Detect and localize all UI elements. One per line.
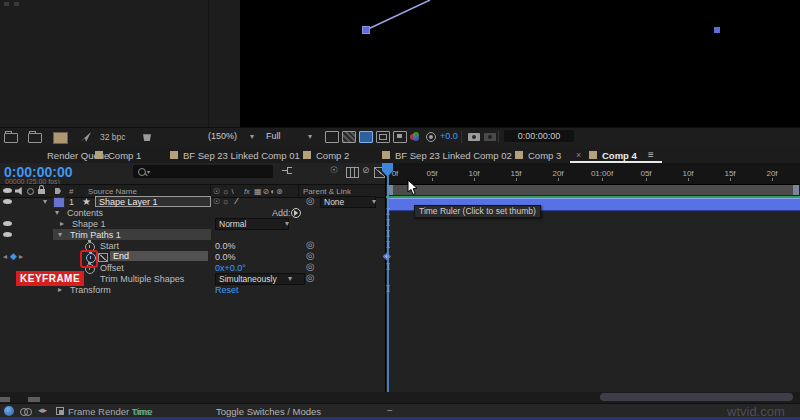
screen-mode-icon[interactable] — [393, 131, 407, 143]
chevron-right-icon[interactable]: ▸ — [58, 285, 62, 294]
property-row-end[interactable]: ◂ ◆ ▸ End 0.0% ◎ — [0, 251, 385, 262]
chevron-down-icon[interactable]: ▾ — [288, 274, 292, 283]
lock-icon — [38, 189, 45, 194]
time-ruler[interactable]: 0f 05f 10f 15f 20f 01:00f 05f 10f 15f 20… — [386, 163, 800, 185]
path-vertex-handle[interactable] — [714, 27, 720, 33]
group-row-trim-paths-1[interactable]: ▾ Trim Paths 1 — [0, 229, 385, 240]
view-layout-icon[interactable] — [376, 131, 390, 143]
pick-whip-icon[interactable]: ◎ — [306, 251, 315, 261]
pick-whip-icon[interactable]: ◎ — [306, 240, 315, 250]
path-vertex-handle[interactable] — [363, 27, 369, 33]
scroll-nub[interactable] — [0, 397, 10, 402]
chevron-down-icon[interactable]: ▾ — [308, 132, 312, 141]
graph-include-icon[interactable] — [98, 253, 108, 262]
trash-icon[interactable] — [143, 133, 151, 141]
hscrollbar-thumb[interactable] — [600, 393, 793, 401]
add-menu-icon[interactable] — [291, 208, 301, 218]
column-source-name[interactable]: Source Name — [88, 187, 137, 196]
eye-icon[interactable] — [3, 199, 12, 204]
tab-comp-3[interactable]: Comp 3 — [528, 150, 561, 161]
composition-mini-flowchart-icon[interactable] — [282, 167, 294, 176]
pick-whip-icon[interactable]: ◎ — [306, 262, 315, 272]
pick-whip-icon[interactable]: ◎ — [306, 273, 315, 283]
tab-comp-4-active[interactable]: Comp 4 — [602, 150, 637, 161]
snapshot-camera-icon[interactable] — [468, 133, 480, 141]
property-name-field[interactable]: End — [110, 251, 208, 261]
live-update-icon[interactable] — [4, 406, 14, 416]
show-snapshot-icon[interactable] — [484, 133, 496, 141]
tab-comp-1[interactable]: Comp 1 — [108, 150, 141, 161]
shape-layer-star-icon: ★ — [82, 196, 91, 207]
motion-blur-toggle-icon[interactable]: ⊘ — [362, 165, 370, 175]
tab-bf-linked-comp-02[interactable]: BF Sep 23 Linked Comp 02 — [395, 150, 512, 161]
resolution-dropdown[interactable]: Full — [266, 131, 281, 141]
toggle-switches-modes-button[interactable]: Toggle Switches / Modes — [216, 406, 321, 417]
group-label[interactable]: Contents — [67, 208, 103, 218]
transparency-grid-icon[interactable] — [342, 131, 356, 143]
playhead-line[interactable] — [387, 176, 389, 392]
timeline-track-area: 0f 05f 10f 15f 20f 01:00f 05f 10f 15f 20… — [385, 163, 800, 392]
footage-thumbnail-icon[interactable] — [53, 132, 68, 144]
tab-comp-2[interactable]: Comp 2 — [316, 150, 349, 161]
expand-in-out-panes-icon[interactable] — [56, 407, 64, 415]
keyframe-prev-icon[interactable]: ◂ — [3, 252, 7, 261]
group-row-shape-1[interactable]: ▸ Shape 1 Normal ▾ — [0, 218, 385, 229]
quality-switch-icon[interactable]: ∕ — [236, 196, 238, 206]
search-input[interactable]: ▾ — [133, 165, 273, 178]
keyframe-next-icon[interactable]: ▸ — [19, 252, 23, 261]
chevron-down-icon[interactable]: ▾ — [43, 197, 47, 206]
chevron-down-icon[interactable]: ▾ — [55, 208, 59, 217]
property-row-start[interactable]: Start 0.0% ◎ — [0, 240, 385, 251]
ruler-tick-label: 10f — [468, 169, 479, 178]
exposure-value[interactable]: +0.0 — [440, 131, 458, 141]
group-label[interactable]: Trim Paths 1 — [70, 230, 121, 240]
work-area-end-handle[interactable] — [793, 185, 799, 195]
comp-tab-icon — [382, 151, 390, 159]
shy-layers-toggle-icon[interactable]: ☉ — [330, 165, 338, 175]
layer-switches-icons[interactable]: ☉☼ — [213, 197, 232, 206]
property-value[interactable]: 0.0% — [215, 252, 236, 262]
keyframe-add-icon[interactable]: ◆ — [10, 251, 17, 261]
layer-row-shape-layer-1[interactable]: ▾ 1 ★ Shape Layer 1 ☉☼ ∕ ◎ None ▾ — [0, 196, 385, 207]
group-label[interactable]: Transform — [70, 285, 111, 295]
scroll-nub[interactable] — [28, 397, 40, 402]
bpc-label[interactable]: 32 bpc — [100, 132, 126, 142]
chevron-down-icon[interactable]: ▾ — [372, 197, 376, 206]
parent-pick-whip-icon[interactable]: ◎ — [306, 196, 315, 206]
chevron-down-icon[interactable]: ▾ — [58, 230, 62, 239]
work-area-bar[interactable] — [387, 185, 799, 195]
property-value-blue[interactable]: 0x+0.0° — [215, 263, 246, 273]
mask-visibility-icon[interactable] — [359, 131, 373, 143]
property-label[interactable]: Start — [100, 241, 119, 251]
gear-icon[interactable] — [426, 132, 436, 142]
viewer-timecode[interactable]: 0:00:00:00 — [504, 130, 574, 142]
expand-transfer-controls-icon[interactable]: ◂▸ — [38, 405, 47, 415]
import-footage-icon[interactable] — [4, 133, 18, 143]
magnification-dropdown[interactable]: (150%) — [208, 131, 237, 141]
divider-handle[interactable]: − — [387, 405, 393, 416]
property-value[interactable]: 0.0% — [215, 241, 236, 251]
chevron-down-icon[interactable]: ▾ — [285, 219, 289, 228]
reset-link[interactable]: Reset — [215, 285, 239, 295]
composition-viewport[interactable] — [240, 0, 800, 127]
chevron-down-icon[interactable]: ▾ — [250, 132, 254, 141]
group-label[interactable]: Shape 1 — [72, 219, 106, 229]
property-label[interactable]: Offset — [100, 263, 124, 273]
group-row-contents[interactable]: ▾ Contents Add: — [0, 207, 385, 218]
new-folder-icon[interactable] — [28, 133, 42, 143]
color-management-icon[interactable] — [410, 132, 419, 141]
close-icon[interactable]: × — [576, 150, 581, 160]
tab-bf-linked-comp-01[interactable]: BF Sep 23 Linked Comp 01 — [183, 150, 300, 161]
region-of-interest-icon[interactable] — [325, 131, 339, 143]
eye-icon[interactable] — [3, 232, 12, 237]
chevron-right-icon[interactable]: ▸ — [60, 219, 64, 228]
expand-layer-switches-icon[interactable] — [20, 408, 31, 415]
panel-menu-icon[interactable]: ≡ — [648, 149, 654, 160]
fx-icon: fx — [244, 187, 250, 196]
ruler-tick-label: 05f — [640, 169, 651, 178]
tooltip: Time Ruler (Click to set thumb) — [414, 205, 541, 218]
layer-name-field[interactable]: Shape Layer 1 — [95, 196, 211, 207]
frame-blending-toggle-icon[interactable] — [346, 167, 359, 178]
eye-icon[interactable] — [3, 221, 12, 226]
interpret-footage-icon[interactable] — [80, 132, 91, 142]
